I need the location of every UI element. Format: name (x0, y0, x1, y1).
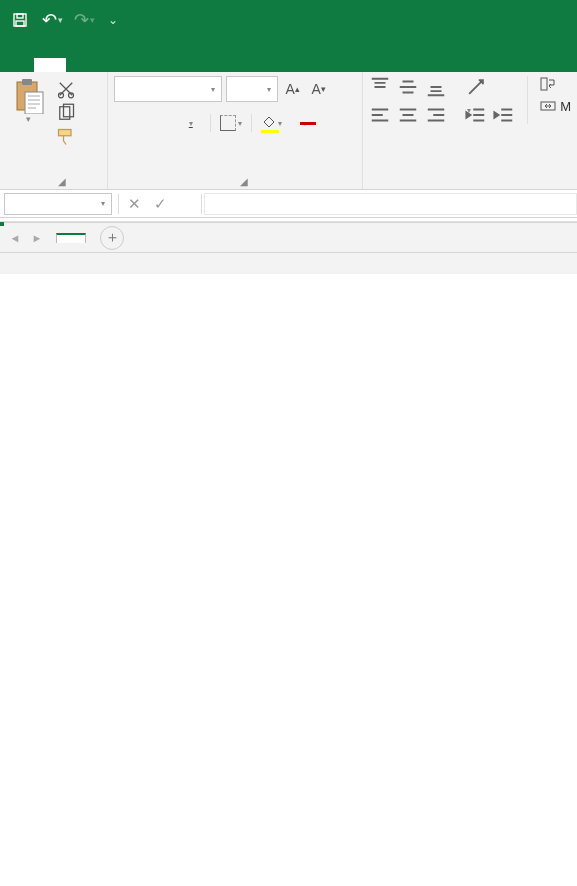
svg-rect-5 (25, 92, 43, 114)
title-bar: ↶▾ ↷▾ ⌄ (0, 0, 577, 40)
align-center-icon[interactable] (397, 104, 419, 124)
cancel-formula-icon[interactable]: ✕ (121, 193, 147, 215)
status-bar (0, 252, 577, 274)
cut-icon[interactable] (56, 80, 76, 98)
new-sheet-button[interactable]: ＋ (100, 226, 124, 250)
sheet-tab-bar: ◄ ► ＋ (0, 222, 577, 252)
redo-button: ↷▾ (70, 6, 98, 34)
format-painter-icon[interactable] (56, 128, 76, 146)
underline-button[interactable]: ▾ (178, 112, 202, 134)
ribbon-tabs (0, 40, 577, 72)
save-icon[interactable] (6, 6, 34, 34)
group-clipboard: ▾ ◢ (0, 72, 108, 189)
enter-formula-icon[interactable]: ✓ (147, 193, 173, 215)
tab-view[interactable] (226, 58, 258, 72)
align-bottom-icon[interactable] (425, 76, 447, 96)
name-box[interactable]: ▾ (4, 193, 112, 215)
fill-color-button[interactable]: ▾ (260, 112, 284, 134)
insert-function-icon[interactable] (173, 193, 199, 215)
wrap-text-button[interactable] (540, 76, 571, 92)
svg-rect-4 (22, 79, 32, 85)
orientation-icon[interactable]: ▾ (465, 76, 487, 96)
tab-review[interactable] (194, 58, 226, 72)
tab-insert[interactable] (66, 58, 98, 72)
ribbon: ▾ ◢ ▾ ▾ A▴ A▾ ▾ ▾ (0, 72, 577, 190)
font-name-combo[interactable]: ▾ (114, 76, 222, 102)
increase-font-icon[interactable]: A▴ (282, 78, 304, 100)
svg-rect-1 (17, 14, 23, 18)
svg-rect-10 (59, 130, 72, 136)
svg-rect-11 (541, 78, 547, 90)
paste-button[interactable]: ▾ (6, 76, 50, 146)
decrease-indent-icon[interactable] (465, 104, 487, 124)
qat-customize-icon[interactable]: ⌄ (108, 13, 118, 27)
tab-home[interactable] (34, 58, 66, 72)
merge-center-button[interactable]: M (540, 98, 571, 114)
align-right-icon[interactable] (425, 104, 447, 124)
svg-rect-2 (16, 21, 24, 26)
align-middle-icon[interactable] (397, 76, 419, 96)
align-top-icon[interactable] (369, 76, 391, 96)
formula-bar: ▾ ✕ ✓ (0, 190, 577, 218)
sheet-nav-prev-icon[interactable]: ◄ (6, 232, 24, 244)
sheet-nav-next-icon[interactable]: ► (28, 232, 46, 244)
bold-button[interactable] (114, 112, 138, 134)
borders-button[interactable]: ▾ (219, 112, 243, 134)
align-left-icon[interactable] (369, 104, 391, 124)
copy-icon[interactable] (56, 104, 76, 122)
font-dialog-icon[interactable]: ◢ (240, 176, 248, 187)
group-alignment: ▾ M (363, 72, 577, 189)
group-font: ▾ ▾ A▴ A▾ ▾ ▾ ▾ ▾ ◢ (108, 72, 363, 189)
increase-indent-icon[interactable] (493, 104, 515, 124)
undo-button[interactable]: ↶▾ (38, 6, 66, 34)
tab-file[interactable] (2, 58, 34, 72)
sheet-tab-source[interactable] (56, 233, 86, 243)
clipboard-dialog-icon[interactable]: ◢ (58, 176, 66, 187)
tab-page-layout[interactable] (98, 58, 130, 72)
formula-input[interactable] (204, 193, 577, 215)
decrease-font-icon[interactable]: A▾ (308, 78, 330, 100)
italic-button[interactable] (146, 112, 170, 134)
tab-formulas[interactable] (130, 58, 162, 72)
font-color-button[interactable]: ▾ (292, 112, 316, 134)
tab-data[interactable] (162, 58, 194, 72)
font-size-combo[interactable]: ▾ (226, 76, 278, 102)
